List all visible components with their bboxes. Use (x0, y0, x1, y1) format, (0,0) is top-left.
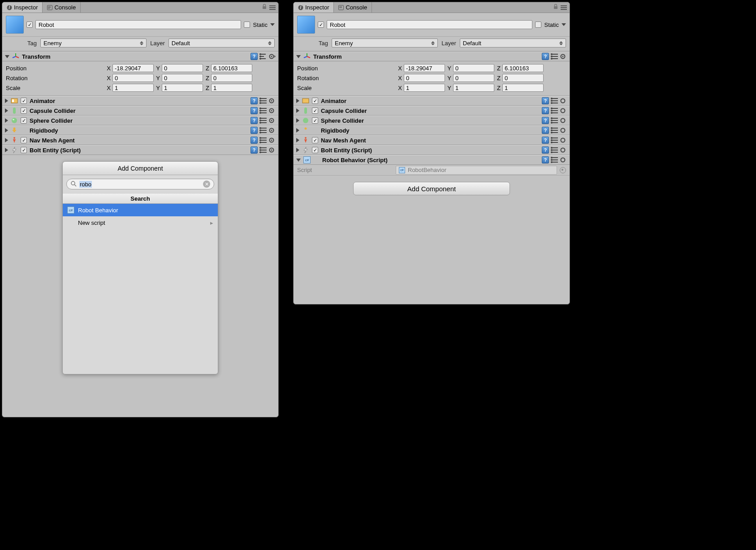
position-z-input[interactable] (502, 64, 544, 72)
position-x-input[interactable] (404, 64, 445, 72)
help-icon[interactable]: ? (542, 127, 549, 134)
gear-icon[interactable] (560, 137, 567, 144)
capsule-enable-checkbox[interactable] (312, 107, 318, 114)
bolt-header[interactable]: Bolt Entity (Script)? (294, 145, 570, 155)
position-x-input[interactable] (112, 64, 154, 72)
fold-toggle-icon[interactable] (5, 99, 8, 103)
fold-toggle-icon[interactable] (5, 108, 8, 113)
preset-icon[interactable] (259, 146, 267, 154)
position-y-input[interactable] (162, 64, 203, 72)
rigidbody-header[interactable]: Rigidbody ? (2, 125, 278, 135)
rotation-y-input[interactable] (453, 74, 494, 82)
clear-icon[interactable]: ✕ (203, 180, 210, 188)
help-icon[interactable]: ? (251, 127, 258, 134)
scale-y-input[interactable] (453, 84, 494, 92)
fold-toggle-icon[interactable] (296, 138, 299, 142)
navmesh-enable-checkbox[interactable] (21, 137, 27, 143)
active-checkbox[interactable] (26, 21, 33, 28)
gear-icon[interactable] (560, 97, 567, 104)
preset-icon[interactable] (259, 97, 267, 104)
bolt-header[interactable]: Bolt Entity (Script) ? (2, 145, 278, 155)
panel-menu-icon[interactable] (269, 5, 276, 10)
help-icon[interactable]: ? (251, 107, 258, 114)
navmesh-header[interactable]: Nav Mesh Agent? (294, 135, 570, 145)
gear-icon[interactable] (560, 117, 567, 124)
sphere-enable-checkbox[interactable] (312, 117, 318, 124)
fold-toggle-icon[interactable] (296, 118, 299, 123)
navmesh-enable-checkbox[interactable] (312, 137, 318, 143)
preset-icon[interactable] (259, 127, 267, 134)
position-z-input[interactable] (211, 64, 252, 72)
transform-header[interactable]: Transform ? (294, 52, 570, 61)
rotation-z-input[interactable] (502, 74, 544, 82)
scale-z-input[interactable] (502, 84, 544, 92)
static-dropdown-icon[interactable] (270, 23, 275, 26)
fold-toggle-icon[interactable] (5, 128, 8, 133)
preset-icon[interactable] (259, 117, 267, 124)
fold-toggle-icon[interactable] (5, 148, 8, 152)
sphere-collider-header[interactable]: Sphere Collider ? (2, 116, 278, 125)
help-icon[interactable]: ? (251, 97, 258, 104)
preset-icon[interactable] (551, 107, 558, 114)
rotation-z-input[interactable] (211, 74, 252, 82)
popup-new-script-item[interactable]: New script ▸ (63, 216, 218, 229)
tab-console[interactable]: Console (334, 2, 372, 13)
rigidbody-header[interactable]: Rigidbody? (294, 125, 570, 135)
tab-inspector[interactable]: i Inspector (294, 2, 334, 13)
lock-icon[interactable] (553, 4, 558, 11)
scale-x-input[interactable] (404, 84, 445, 92)
fold-toggle-icon[interactable] (296, 108, 299, 113)
gear-icon[interactable] (268, 107, 276, 114)
capsule-collider-header[interactable]: Capsule Collider? (294, 106, 570, 116)
lock-icon[interactable] (262, 4, 267, 11)
preset-icon[interactable] (551, 156, 558, 163)
gear-icon[interactable] (560, 146, 567, 154)
fold-toggle-icon[interactable] (5, 138, 8, 142)
help-icon[interactable]: ? (542, 97, 549, 104)
help-icon[interactable]: ? (542, 117, 549, 124)
gear-icon[interactable] (268, 127, 276, 134)
object-picker-icon[interactable] (560, 167, 566, 173)
gear-icon[interactable] (560, 127, 567, 134)
rotation-x-input[interactable] (112, 74, 154, 82)
gameobject-name-input[interactable] (327, 20, 532, 29)
capsule-collider-header[interactable]: Capsule Collider ? (2, 106, 278, 116)
help-icon[interactable]: ? (542, 53, 549, 60)
fold-toggle-icon[interactable] (296, 148, 299, 152)
panel-menu-icon[interactable] (561, 5, 567, 10)
static-checkbox[interactable] (535, 21, 541, 28)
help-icon[interactable]: ? (251, 117, 258, 124)
gear-icon[interactable] (268, 146, 276, 154)
preset-icon[interactable] (551, 117, 558, 124)
fold-toggle-icon[interactable] (296, 99, 299, 103)
gear-icon[interactable] (268, 137, 276, 144)
fold-toggle-icon[interactable] (5, 118, 8, 123)
fold-toggle-icon[interactable] (296, 159, 301, 162)
gameobject-name-input[interactable] (35, 20, 241, 29)
help-icon[interactable]: ? (542, 137, 549, 144)
script-object-field[interactable]: c# RobotBehavior (396, 166, 557, 175)
animator-header[interactable]: Animator? (294, 96, 570, 106)
capsule-enable-checkbox[interactable] (21, 107, 27, 114)
gear-icon[interactable] (560, 53, 567, 60)
help-icon[interactable]: ? (251, 53, 258, 60)
gear-icon[interactable] (268, 53, 276, 60)
gear-icon[interactable] (268, 117, 276, 124)
robot-behavior-header[interactable]: c# Robot Behavior (Script) ? (294, 155, 570, 165)
add-component-button[interactable]: Add Component (353, 182, 510, 195)
preset-icon[interactable] (259, 53, 267, 60)
tag-dropdown[interactable]: Enemy (332, 39, 438, 47)
tab-console[interactable]: Console (43, 2, 81, 13)
rotation-x-input[interactable] (404, 74, 445, 82)
tag-dropdown[interactable]: Enemy (40, 39, 147, 47)
popup-search-box[interactable]: robo ✕ (66, 179, 214, 189)
preset-icon[interactable] (259, 107, 267, 114)
scale-y-input[interactable] (162, 84, 203, 92)
static-checkbox[interactable] (244, 21, 250, 28)
scale-z-input[interactable] (211, 84, 252, 92)
gear-icon[interactable] (560, 156, 567, 163)
layer-dropdown[interactable]: Default (460, 39, 566, 47)
bolt-enable-checkbox[interactable] (312, 147, 318, 153)
position-y-input[interactable] (453, 64, 494, 72)
active-checkbox[interactable] (318, 21, 324, 28)
